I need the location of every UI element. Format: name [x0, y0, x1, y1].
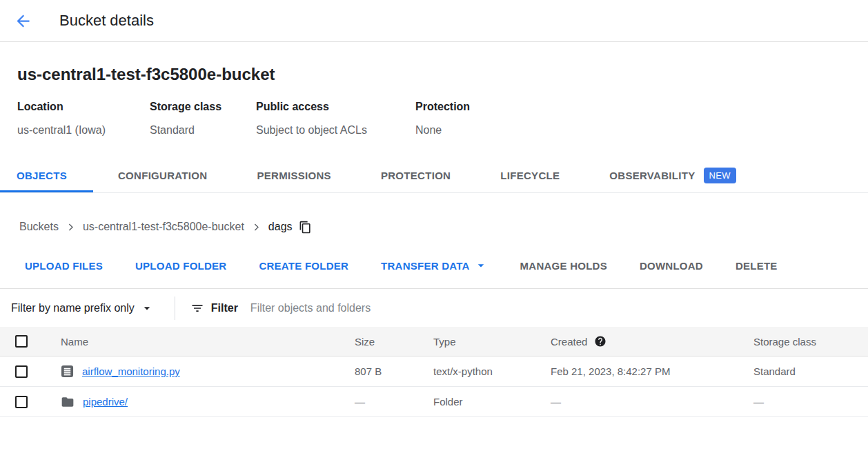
row-checkbox[interactable]	[15, 396, 28, 408]
folder-icon	[61, 395, 75, 409]
breadcrumb: Buckets us-central1-test-f3c5800e-bucket…	[0, 218, 868, 236]
tab-permissions[interactable]: PERMISSIONS	[232, 161, 356, 192]
help-icon	[594, 335, 606, 348]
tab-label: PROTECTION	[381, 170, 451, 181]
chevron-right-icon	[65, 221, 77, 233]
object-name-cell: pipedrive/	[46, 395, 355, 409]
meta-label: Location	[17, 101, 150, 113]
chevron-right-icon	[250, 221, 262, 233]
upload-files-button[interactable]: UPLOAD FILES	[25, 260, 103, 272]
tab-label: LIFECYCLE	[500, 170, 560, 181]
tab-label: PERMISSIONS	[257, 170, 331, 181]
tab-lifecycle[interactable]: LIFECYCLE	[475, 161, 584, 192]
tab-observability[interactable]: OBSERVABILITY NEW	[584, 161, 761, 192]
filter-scope-dropdown[interactable]: Filter by name prefix only	[11, 301, 154, 315]
table-row: airflow_monitoring.py 807 B text/x-pytho…	[0, 356, 868, 387]
object-type: Folder	[433, 396, 551, 408]
created-header-label: Created	[551, 336, 587, 348]
object-toolbar: UPLOAD FILES UPLOAD FOLDER CREATE FOLDER…	[0, 252, 868, 279]
bucket-meta-row: Location us-central1 (Iowa) Storage clas…	[17, 101, 851, 137]
tab-label: CONFIGURATION	[118, 170, 207, 181]
dropdown-caret-icon	[474, 259, 488, 272]
file-icon	[61, 365, 74, 378]
object-created: Feb 21, 2023, 8:42:27 PM	[551, 365, 753, 377]
transfer-data-button[interactable]: TRANSFER DATA	[381, 259, 488, 272]
filter-label: Filter	[211, 302, 238, 314]
object-size: 807 B	[355, 365, 433, 377]
app-bar: Bucket details	[0, 0, 868, 42]
row-checkbox[interactable]	[15, 365, 28, 378]
copy-icon	[299, 221, 312, 234]
filter-input[interactable]	[250, 302, 868, 314]
back-button[interactable]	[12, 10, 33, 31]
filter-icon	[190, 301, 204, 315]
meta-label: Public access	[256, 101, 415, 113]
tab-label: OBJECTS	[17, 170, 67, 181]
column-header-name[interactable]: Name	[46, 336, 355, 348]
meta-protection: Protection None	[415, 101, 470, 137]
transfer-data-label: TRANSFER DATA	[381, 260, 470, 272]
column-header-created[interactable]: Created	[551, 335, 753, 348]
table-row: pipedrive/ — Folder — —	[0, 387, 868, 417]
meta-label: Protection	[415, 101, 470, 113]
meta-value: None	[415, 124, 470, 137]
bucket-details-page: Bucket details us-central1-test-f3c5800e…	[0, 0, 868, 417]
meta-storage-class: Storage class Standard	[150, 101, 256, 137]
download-button[interactable]: DOWNLOAD	[640, 260, 703, 272]
column-header-storage-class[interactable]: Storage class	[753, 336, 868, 348]
select-all-checkbox[interactable]	[15, 335, 28, 348]
object-link[interactable]: airflow_monitoring.py	[82, 365, 180, 377]
created-help-button[interactable]	[594, 335, 606, 348]
tab-objects[interactable]: OBJECTS	[0, 161, 93, 192]
breadcrumb-current-folder: dags	[268, 221, 293, 233]
meta-label: Storage class	[150, 101, 256, 113]
upload-folder-button[interactable]: UPLOAD FOLDER	[135, 260, 226, 272]
manage-holds-button[interactable]: MANAGE HOLDS	[520, 260, 607, 272]
filter-bar: Filter by name prefix only Filter	[0, 288, 868, 327]
column-header-size[interactable]: Size	[355, 336, 433, 348]
breadcrumb-bucket-name[interactable]: us-central1-test-f3c5800e-bucket	[83, 221, 244, 233]
dropdown-caret-icon	[140, 301, 154, 315]
create-folder-button[interactable]: CREATE FOLDER	[259, 260, 348, 272]
new-badge: NEW	[704, 168, 737, 183]
bucket-summary: us-central1-test-f3c5800e-bucket Locatio…	[0, 65, 868, 137]
meta-value: Standard	[150, 124, 256, 137]
bucket-name: us-central1-test-f3c5800e-bucket	[17, 65, 851, 84]
delete-button[interactable]: DELETE	[736, 260, 778, 272]
object-link[interactable]: pipedrive/	[83, 396, 128, 408]
tab-label: OBSERVABILITY	[609, 170, 695, 181]
copy-path-button[interactable]	[299, 221, 312, 234]
breadcrumb-buckets[interactable]: Buckets	[19, 221, 59, 233]
object-type: text/x-python	[433, 365, 551, 377]
meta-value: Subject to object ACLs	[256, 124, 415, 137]
object-size: —	[355, 396, 433, 408]
arrow-left-icon	[14, 12, 32, 30]
meta-location: Location us-central1 (Iowa)	[17, 101, 150, 137]
table-header-row: Name Size Type Created Storage class	[0, 327, 868, 356]
tab-protection[interactable]: PROTECTION	[356, 161, 475, 192]
meta-public-access: Public access Subject to object ACLs	[256, 101, 415, 137]
row-checkbox-cell	[0, 396, 46, 408]
object-storage-class: Standard	[753, 365, 868, 377]
page-title: Bucket details	[59, 12, 154, 30]
filter-scope-label: Filter by name prefix only	[11, 302, 135, 314]
tab-bar: OBJECTS CONFIGURATION PERMISSIONS PROTEC…	[0, 161, 868, 193]
tab-configuration[interactable]: CONFIGURATION	[93, 161, 232, 192]
object-storage-class: —	[753, 396, 868, 408]
object-created: —	[551, 396, 753, 408]
objects-table: Name Size Type Created Storage class	[0, 327, 868, 417]
header-checkbox-cell	[0, 335, 46, 348]
vertical-divider	[175, 297, 175, 320]
row-checkbox-cell	[0, 365, 46, 378]
meta-value: us-central1 (Iowa)	[17, 124, 150, 137]
column-header-type[interactable]: Type	[433, 336, 551, 348]
object-name-cell: airflow_monitoring.py	[46, 365, 355, 378]
